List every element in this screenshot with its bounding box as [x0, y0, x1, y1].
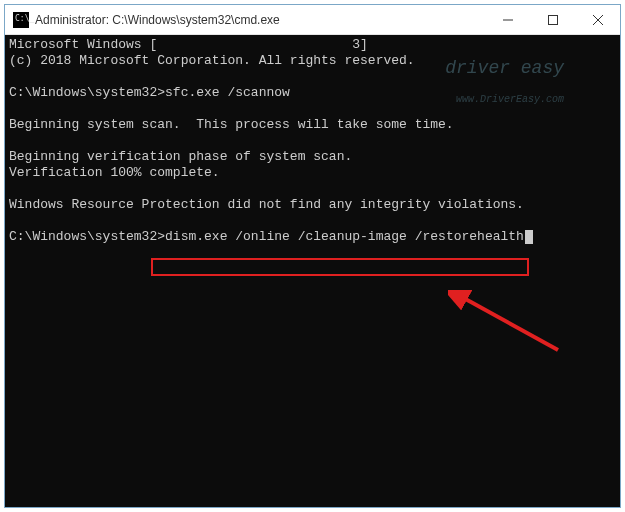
cmd-window: Administrator: C:\Windows\system32\cmd.e…	[5, 5, 620, 507]
watermark-brand: driver easy	[445, 58, 564, 78]
window-controls	[485, 5, 620, 35]
text-cursor	[525, 230, 533, 244]
svg-line-4	[460, 296, 558, 350]
svg-rect-1	[548, 16, 557, 25]
minimize-button[interactable]	[485, 5, 530, 35]
close-button[interactable]	[575, 5, 620, 35]
console-line: Beginning verification phase of system s…	[9, 149, 352, 164]
console-line: Microsoft Windows [ 3]	[9, 37, 368, 52]
console-command-highlighted: dism.exe /online /cleanup-image /restore…	[165, 229, 524, 244]
window-title: Administrator: C:\Windows\system32\cmd.e…	[35, 13, 280, 27]
console-prompt: C:\Windows\system32>	[9, 229, 165, 244]
console-output[interactable]: Microsoft Windows [ 3] (c) 2018 Microsof…	[5, 35, 620, 507]
watermark-url: www.DriverEasy.com	[359, 95, 564, 105]
annotation-arrow-icon	[448, 290, 568, 360]
console-line: Beginning system scan. This process will…	[9, 117, 454, 132]
titlebar[interactable]: Administrator: C:\Windows\system32\cmd.e…	[5, 5, 620, 35]
console-command: sfc.exe /scannow	[165, 85, 290, 100]
maximize-button[interactable]	[530, 5, 575, 35]
console-prompt: C:\Windows\system32>	[9, 85, 165, 100]
cmd-icon	[13, 12, 29, 28]
console-line: Verification 100% complete.	[9, 165, 220, 180]
console-line: Windows Resource Protection did not find…	[9, 197, 524, 212]
console-line: (c) 2018 Microsoft Corporation. All righ…	[9, 53, 415, 68]
annotation-highlight-box	[151, 258, 529, 276]
